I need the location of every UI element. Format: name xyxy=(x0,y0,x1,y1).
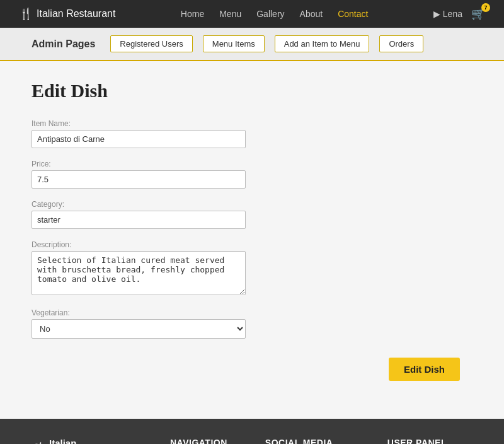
admin-bar: Admin Pages Registered Users Menu Items … xyxy=(0,28,504,61)
user-arrow: ▶ xyxy=(433,9,440,19)
admin-orders-button[interactable]: Orders xyxy=(379,35,423,52)
nav-home[interactable]: Home xyxy=(181,9,204,19)
footer-logo: 🍴 ItalianRestaurant xyxy=(32,438,132,444)
footer-social: SOCIAL MEDIA f 📷 𝕏 xyxy=(265,438,350,444)
logo-text: Italian Restaurant xyxy=(37,8,115,20)
description-textarea[interactable]: Selection of Italian cured meat served w… xyxy=(32,251,246,295)
logo: 🍴 Italian Restaurant xyxy=(19,7,115,21)
edit-dish-button[interactable]: Edit Dish xyxy=(389,358,460,381)
submit-area: Edit Dish xyxy=(32,358,472,381)
user-link[interactable]: ▶ Lena xyxy=(433,9,462,19)
header-right: ▶ Lena 🛒 7 xyxy=(433,7,485,21)
vegetarian-label: Vegetarian: xyxy=(32,308,472,317)
username: Lena xyxy=(443,9,462,19)
cart-badge: 7 xyxy=(481,3,490,12)
item-name-group: Item Name: xyxy=(32,119,472,148)
price-input[interactable] xyxy=(32,170,246,189)
vegetarian-group: Vegetarian: No Yes xyxy=(32,308,472,339)
footer-social-title: SOCIAL MEDIA xyxy=(265,438,350,444)
admin-add-item-button[interactable]: Add an Item to Menu xyxy=(275,35,370,52)
description-group: Description: Selection of Italian cured … xyxy=(32,240,472,297)
page-title: Edit Dish xyxy=(32,80,472,102)
nav-gallery[interactable]: Gallery xyxy=(256,9,284,19)
category-group: Category: xyxy=(32,200,472,229)
item-name-input[interactable] xyxy=(32,130,246,148)
price-label: Price: xyxy=(32,160,472,168)
vegetarian-select[interactable]: No Yes xyxy=(32,319,246,339)
footer-nav-title: NAVIGATION xyxy=(170,438,227,444)
admin-pages-title: Admin Pages xyxy=(32,38,95,50)
footer-brand: 🍴 ItalianRestaurant The most delicious f… xyxy=(32,438,132,444)
item-name-label: Item Name: xyxy=(32,119,472,128)
nav-contact[interactable]: Contact xyxy=(338,9,368,19)
logo-icon: 🍴 xyxy=(19,7,33,21)
nav-menu[interactable]: Menu xyxy=(219,9,241,19)
footer-user-panel: USER PANEL My Orders Log out xyxy=(387,438,447,444)
footer-logo-icon: 🍴 xyxy=(32,441,45,444)
nav-about[interactable]: About xyxy=(300,9,323,19)
footer: 🍴 ItalianRestaurant The most delicious f… xyxy=(0,419,504,444)
price-group: Price: xyxy=(32,160,472,189)
category-input[interactable] xyxy=(32,211,246,229)
main-content: Edit Dish Item Name: Price: Category: De… xyxy=(0,61,504,419)
admin-registered-users-button[interactable]: Registered Users xyxy=(110,35,192,52)
admin-menu-items-button[interactable]: Menu Items xyxy=(203,35,265,52)
footer-user-panel-title: USER PANEL xyxy=(387,438,447,444)
description-label: Description: xyxy=(32,240,472,249)
main-nav: Home Menu Gallery About Contact xyxy=(181,9,369,19)
footer-navigation: NAVIGATION Home Menu Gallery xyxy=(170,438,227,444)
category-label: Category: xyxy=(32,200,472,209)
cart-icon[interactable]: 🛒 7 xyxy=(471,7,485,21)
footer-logo-text: ItalianRestaurant xyxy=(49,438,98,444)
